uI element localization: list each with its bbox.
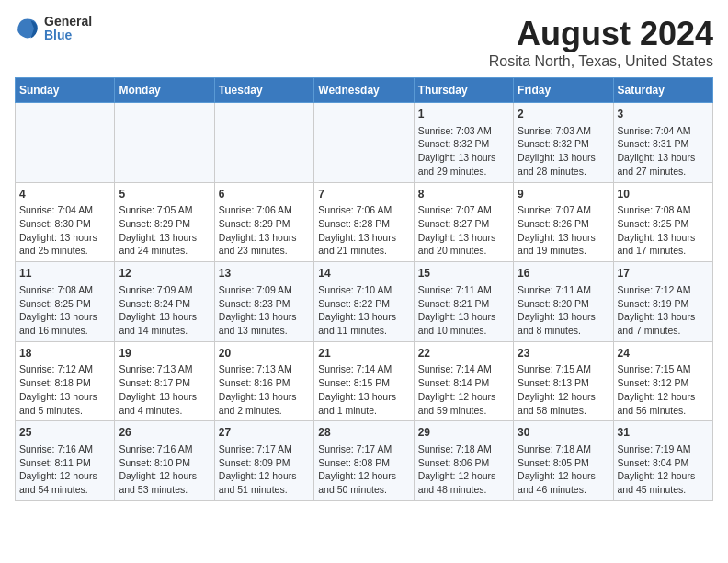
day-of-week-header: Monday	[115, 78, 214, 103]
day-info-line: and 45 minutes.	[618, 483, 709, 497]
day-number: 26	[119, 425, 210, 441]
day-info-line: Sunrise: 7:16 AM	[119, 442, 210, 456]
calendar-body: 1Sunrise: 7:03 AMSunset: 8:32 PMDaylight…	[16, 103, 713, 501]
day-info-line: and 48 minutes.	[418, 483, 509, 497]
logo-icon	[15, 16, 40, 41]
day-number: 22	[418, 346, 509, 362]
day-info-line: Sunrise: 7:11 AM	[518, 283, 609, 297]
day-info-line: Sunrise: 7:15 AM	[618, 362, 709, 376]
day-info-line: Sunset: 8:17 PM	[119, 376, 210, 390]
day-info-line: Sunrise: 7:03 AM	[518, 124, 609, 138]
day-info-line: Sunset: 8:27 PM	[418, 217, 509, 231]
day-info-line: Sunrise: 7:11 AM	[418, 283, 509, 297]
day-of-week-header: Sunday	[16, 78, 115, 103]
day-number: 20	[219, 346, 310, 362]
day-info-line: Daylight: 13 hours	[418, 151, 509, 165]
day-info-line: Sunrise: 7:17 AM	[219, 442, 310, 456]
calendar-cell: 11Sunrise: 7:08 AMSunset: 8:25 PMDayligh…	[16, 262, 115, 342]
day-info-line: Daylight: 13 hours	[19, 231, 110, 245]
day-info-line: Sunset: 8:05 PM	[518, 456, 609, 470]
day-info-line: Daylight: 13 hours	[418, 310, 509, 324]
day-info-line: Sunrise: 7:06 AM	[219, 203, 310, 217]
day-info-line: Sunrise: 7:08 AM	[618, 203, 709, 217]
day-info-line: Sunrise: 7:14 AM	[418, 362, 509, 376]
day-number: 29	[418, 425, 509, 441]
day-info-line: Sunrise: 7:19 AM	[618, 442, 709, 456]
calendar-cell: 27Sunrise: 7:17 AMSunset: 8:09 PMDayligh…	[214, 421, 313, 501]
calendar-cell: 20Sunrise: 7:13 AMSunset: 8:16 PMDayligh…	[214, 341, 313, 421]
day-info-line: Sunset: 8:18 PM	[19, 376, 110, 390]
day-info-line: and 58 minutes.	[518, 404, 609, 418]
day-info-line: Sunset: 8:24 PM	[119, 297, 210, 311]
day-number: 18	[19, 346, 110, 362]
day-number: 13	[219, 266, 310, 282]
day-of-week-header: Saturday	[613, 78, 712, 103]
page-header: General Blue August 2024 Rosita North, T…	[15, 15, 713, 70]
day-info-line: Daylight: 13 hours	[19, 390, 110, 404]
day-info-line: Sunset: 8:28 PM	[318, 217, 409, 231]
day-info-line: and 29 minutes.	[418, 165, 509, 178]
calendar-cell: 14Sunrise: 7:10 AMSunset: 8:22 PMDayligh…	[314, 262, 414, 342]
day-of-week-header: Wednesday	[314, 78, 414, 103]
day-info-line: Sunset: 8:12 PM	[618, 376, 709, 390]
day-info-line: Daylight: 13 hours	[618, 310, 709, 324]
day-info-line: Sunset: 8:32 PM	[518, 137, 609, 151]
calendar-cell: 21Sunrise: 7:14 AMSunset: 8:15 PMDayligh…	[314, 341, 414, 421]
day-info-line: Sunset: 8:29 PM	[119, 217, 210, 231]
day-info-line: and 21 minutes.	[318, 244, 409, 258]
day-info-line: Daylight: 13 hours	[318, 310, 409, 324]
day-info-line: Sunrise: 7:10 AM	[318, 283, 409, 297]
day-info-line: Daylight: 13 hours	[318, 390, 409, 404]
day-info-line: and 23 minutes.	[219, 244, 310, 258]
day-number: 6	[219, 187, 310, 202]
day-info-line: Daylight: 12 hours	[618, 469, 709, 483]
day-info-line: Daylight: 12 hours	[19, 469, 110, 483]
day-number: 5	[119, 187, 210, 202]
calendar-week-row: 18Sunrise: 7:12 AMSunset: 8:18 PMDayligh…	[16, 341, 713, 421]
logo-text: General Blue	[44, 15, 92, 43]
day-number: 28	[318, 425, 409, 441]
day-info-line: and 27 minutes.	[618, 165, 709, 178]
day-info-line: and 10 minutes.	[418, 324, 509, 338]
logo-blue-text: Blue	[44, 29, 92, 42]
day-info-line: Daylight: 13 hours	[518, 310, 609, 324]
day-number: 9	[518, 187, 609, 202]
calendar-cell: 29Sunrise: 7:18 AMSunset: 8:06 PMDayligh…	[414, 421, 513, 501]
calendar-week-row: 25Sunrise: 7:16 AMSunset: 8:11 PMDayligh…	[16, 421, 713, 501]
calendar-cell: 24Sunrise: 7:15 AMSunset: 8:12 PMDayligh…	[613, 341, 712, 421]
day-info-line: Daylight: 12 hours	[119, 469, 210, 483]
day-info-line: and 46 minutes.	[518, 483, 609, 497]
day-info-line: Sunset: 8:30 PM	[19, 217, 110, 231]
day-of-week-header: Friday	[514, 78, 613, 103]
calendar-cell: 13Sunrise: 7:09 AMSunset: 8:23 PMDayligh…	[214, 262, 313, 342]
day-info-line: Daylight: 13 hours	[518, 151, 609, 165]
day-info-line: and 11 minutes.	[318, 324, 409, 338]
day-number: 4	[19, 187, 110, 202]
day-info-line: Sunrise: 7:08 AM	[19, 283, 110, 297]
logo-general-text: General	[44, 15, 92, 29]
calendar-cell: 2Sunrise: 7:03 AMSunset: 8:32 PMDaylight…	[514, 103, 613, 183]
day-number: 25	[19, 425, 110, 441]
day-info-line: Sunset: 8:31 PM	[618, 137, 709, 151]
day-info-line: and 13 minutes.	[219, 324, 310, 338]
day-info-line: Sunset: 8:06 PM	[418, 456, 509, 470]
day-number: 10	[618, 187, 709, 202]
calendar-cell: 28Sunrise: 7:17 AMSunset: 8:08 PMDayligh…	[314, 421, 414, 501]
day-number: 17	[618, 266, 709, 282]
calendar-cell: 19Sunrise: 7:13 AMSunset: 8:17 PMDayligh…	[115, 341, 214, 421]
day-info-line: Daylight: 13 hours	[618, 151, 709, 165]
day-number: 7	[318, 187, 409, 202]
day-info-line: and 59 minutes.	[418, 404, 509, 418]
day-info-line: and 4 minutes.	[119, 404, 210, 418]
day-info-line: Sunrise: 7:09 AM	[219, 283, 310, 297]
day-number: 16	[518, 266, 609, 282]
day-info-line: Daylight: 13 hours	[318, 231, 409, 245]
day-info-line: Sunrise: 7:18 AM	[418, 442, 509, 456]
day-info-line: and 14 minutes.	[119, 324, 210, 338]
day-info-line: Daylight: 13 hours	[19, 310, 110, 324]
calendar-week-row: 11Sunrise: 7:08 AMSunset: 8:25 PMDayligh…	[16, 262, 713, 342]
day-info-line: Sunrise: 7:07 AM	[518, 203, 609, 217]
day-info-line: Daylight: 13 hours	[418, 231, 509, 245]
day-info-line: Daylight: 12 hours	[518, 390, 609, 404]
calendar-cell: 5Sunrise: 7:05 AMSunset: 8:29 PMDaylight…	[115, 182, 214, 262]
